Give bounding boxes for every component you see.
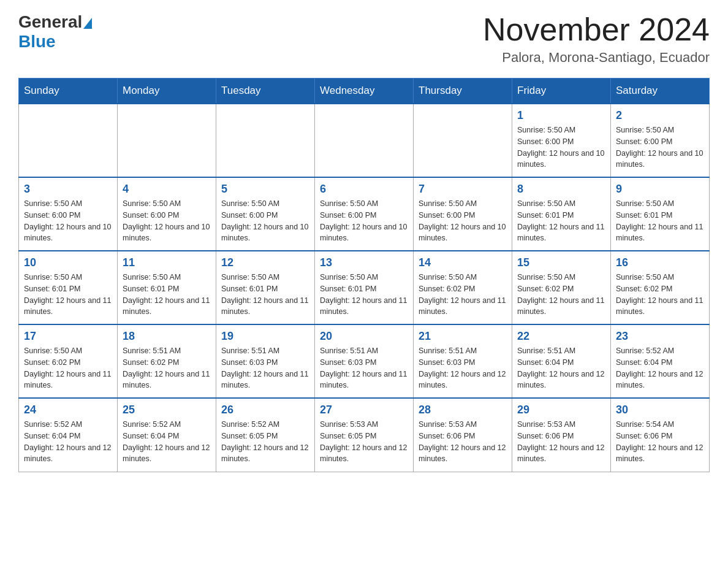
calendar-cell: 2Sunrise: 5:50 AMSunset: 6:00 PMDaylight… xyxy=(611,104,710,177)
day-number: 24 xyxy=(24,404,112,416)
day-sun-info: Sunrise: 5:53 AMSunset: 6:06 PMDaylight:… xyxy=(517,419,605,465)
day-sun-info: Sunrise: 5:51 AMSunset: 6:03 PMDaylight:… xyxy=(221,345,309,391)
header: General Blue November 2024 Palora, Moron… xyxy=(18,12,710,66)
calendar-cell: 23Sunrise: 5:52 AMSunset: 6:04 PMDayligh… xyxy=(611,324,710,398)
title-area: November 2024 Palora, Morona-Santiago, E… xyxy=(483,12,710,66)
calendar-cell: 29Sunrise: 5:53 AMSunset: 6:06 PMDayligh… xyxy=(512,398,611,472)
col-header-wednesday: Wednesday xyxy=(315,79,414,104)
day-sun-info: Sunrise: 5:50 AMSunset: 6:02 PMDaylight:… xyxy=(517,272,605,318)
day-sun-info: Sunrise: 5:51 AMSunset: 6:03 PMDaylight:… xyxy=(320,345,408,391)
calendar-cell: 1Sunrise: 5:50 AMSunset: 6:00 PMDaylight… xyxy=(512,104,611,177)
day-sun-info: Sunrise: 5:53 AMSunset: 6:06 PMDaylight:… xyxy=(419,419,507,465)
day-sun-info: Sunrise: 5:52 AMSunset: 6:04 PMDaylight:… xyxy=(123,419,211,465)
calendar-cell: 22Sunrise: 5:51 AMSunset: 6:04 PMDayligh… xyxy=(512,324,611,398)
day-number: 30 xyxy=(616,404,704,416)
col-header-friday: Friday xyxy=(512,79,611,104)
calendar-cell: 12Sunrise: 5:50 AMSunset: 6:01 PMDayligh… xyxy=(216,251,315,324)
day-sun-info: Sunrise: 5:53 AMSunset: 6:05 PMDaylight:… xyxy=(320,419,408,465)
day-number: 18 xyxy=(123,330,211,343)
day-number: 7 xyxy=(419,183,507,196)
day-sun-info: Sunrise: 5:50 AMSunset: 6:01 PMDaylight:… xyxy=(24,272,112,318)
day-number: 21 xyxy=(419,330,507,343)
day-sun-info: Sunrise: 5:52 AMSunset: 6:04 PMDaylight:… xyxy=(24,419,112,465)
day-sun-info: Sunrise: 5:50 AMSunset: 6:00 PMDaylight:… xyxy=(123,198,211,244)
calendar-cell: 14Sunrise: 5:50 AMSunset: 6:02 PMDayligh… xyxy=(414,251,512,324)
day-sun-info: Sunrise: 5:54 AMSunset: 6:06 PMDaylight:… xyxy=(616,419,704,465)
calendar-cell: 30Sunrise: 5:54 AMSunset: 6:06 PMDayligh… xyxy=(611,398,710,472)
calendar-cell xyxy=(414,104,512,177)
day-sun-info: Sunrise: 5:50 AMSunset: 6:00 PMDaylight:… xyxy=(419,198,507,244)
col-header-sunday: Sunday xyxy=(19,79,118,104)
calendar-cell: 20Sunrise: 5:51 AMSunset: 6:03 PMDayligh… xyxy=(315,324,414,398)
day-sun-info: Sunrise: 5:50 AMSunset: 6:01 PMDaylight:… xyxy=(320,272,408,318)
day-number: 26 xyxy=(221,404,309,416)
day-number: 2 xyxy=(616,109,704,122)
calendar-cell: 25Sunrise: 5:52 AMSunset: 6:04 PMDayligh… xyxy=(118,398,216,472)
day-number: 14 xyxy=(419,256,507,269)
calendar-cell: 26Sunrise: 5:52 AMSunset: 6:05 PMDayligh… xyxy=(216,398,315,472)
calendar-cell: 19Sunrise: 5:51 AMSunset: 6:03 PMDayligh… xyxy=(216,324,315,398)
day-sun-info: Sunrise: 5:50 AMSunset: 6:00 PMDaylight:… xyxy=(616,124,704,170)
calendar-cell: 13Sunrise: 5:50 AMSunset: 6:01 PMDayligh… xyxy=(315,251,414,324)
day-sun-info: Sunrise: 5:51 AMSunset: 6:03 PMDaylight:… xyxy=(419,345,507,391)
day-sun-info: Sunrise: 5:50 AMSunset: 6:00 PMDaylight:… xyxy=(320,198,408,244)
day-number: 17 xyxy=(24,330,112,343)
day-number: 4 xyxy=(123,183,211,196)
calendar-cell: 17Sunrise: 5:50 AMSunset: 6:02 PMDayligh… xyxy=(19,324,118,398)
day-number: 23 xyxy=(616,330,704,343)
day-number: 15 xyxy=(517,256,605,269)
calendar-cell: 15Sunrise: 5:50 AMSunset: 6:02 PMDayligh… xyxy=(512,251,611,324)
day-sun-info: Sunrise: 5:52 AMSunset: 6:05 PMDaylight:… xyxy=(221,419,309,465)
calendar-week-row: 24Sunrise: 5:52 AMSunset: 6:04 PMDayligh… xyxy=(19,398,710,472)
calendar-cell: 7Sunrise: 5:50 AMSunset: 6:00 PMDaylight… xyxy=(414,177,512,251)
calendar-cell: 16Sunrise: 5:50 AMSunset: 6:02 PMDayligh… xyxy=(611,251,710,324)
day-number: 13 xyxy=(320,256,408,269)
col-header-saturday: Saturday xyxy=(611,79,710,104)
calendar-cell: 5Sunrise: 5:50 AMSunset: 6:00 PMDaylight… xyxy=(216,177,315,251)
col-header-thursday: Thursday xyxy=(414,79,512,104)
calendar-cell xyxy=(216,104,315,177)
logo-blue-text: Blue xyxy=(18,32,56,52)
day-sun-info: Sunrise: 5:50 AMSunset: 6:01 PMDaylight:… xyxy=(221,272,309,318)
day-number: 10 xyxy=(24,256,112,269)
day-sun-info: Sunrise: 5:50 AMSunset: 6:02 PMDaylight:… xyxy=(419,272,507,318)
col-header-monday: Monday xyxy=(118,79,216,104)
day-sun-info: Sunrise: 5:50 AMSunset: 6:00 PMDaylight:… xyxy=(517,124,605,170)
day-sun-info: Sunrise: 5:50 AMSunset: 6:01 PMDaylight:… xyxy=(616,198,704,244)
location-subtitle: Palora, Morona-Santiago, Ecuador xyxy=(483,50,710,66)
calendar-cell: 10Sunrise: 5:50 AMSunset: 6:01 PMDayligh… xyxy=(19,251,118,324)
calendar-table: SundayMondayTuesdayWednesdayThursdayFrid… xyxy=(18,78,710,472)
day-number: 1 xyxy=(517,109,605,122)
calendar-cell: 6Sunrise: 5:50 AMSunset: 6:00 PMDaylight… xyxy=(315,177,414,251)
day-number: 25 xyxy=(123,404,211,416)
day-sun-info: Sunrise: 5:50 AMSunset: 6:00 PMDaylight:… xyxy=(221,198,309,244)
day-number: 9 xyxy=(616,183,704,196)
day-number: 16 xyxy=(616,256,704,269)
calendar-cell: 24Sunrise: 5:52 AMSunset: 6:04 PMDayligh… xyxy=(19,398,118,472)
calendar-cell: 28Sunrise: 5:53 AMSunset: 6:06 PMDayligh… xyxy=(414,398,512,472)
calendar-cell: 4Sunrise: 5:50 AMSunset: 6:00 PMDaylight… xyxy=(118,177,216,251)
logo-blue-part xyxy=(82,15,92,29)
day-number: 3 xyxy=(24,183,112,196)
day-number: 8 xyxy=(517,183,605,196)
day-number: 12 xyxy=(221,256,309,269)
day-number: 22 xyxy=(517,330,605,343)
calendar-cell: 21Sunrise: 5:51 AMSunset: 6:03 PMDayligh… xyxy=(414,324,512,398)
col-header-tuesday: Tuesday xyxy=(216,79,315,104)
calendar-week-row: 1Sunrise: 5:50 AMSunset: 6:00 PMDaylight… xyxy=(19,104,710,177)
logo: General Blue xyxy=(18,12,92,52)
calendar-cell xyxy=(315,104,414,177)
day-number: 29 xyxy=(517,404,605,416)
day-sun-info: Sunrise: 5:51 AMSunset: 6:02 PMDaylight:… xyxy=(123,345,211,391)
calendar-header-row: SundayMondayTuesdayWednesdayThursdayFrid… xyxy=(19,79,710,104)
calendar-week-row: 17Sunrise: 5:50 AMSunset: 6:02 PMDayligh… xyxy=(19,324,710,398)
day-sun-info: Sunrise: 5:51 AMSunset: 6:04 PMDaylight:… xyxy=(517,345,605,391)
day-number: 28 xyxy=(419,404,507,416)
calendar-cell xyxy=(19,104,118,177)
calendar-cell: 18Sunrise: 5:51 AMSunset: 6:02 PMDayligh… xyxy=(118,324,216,398)
month-title: November 2024 xyxy=(483,12,710,47)
calendar-cell: 9Sunrise: 5:50 AMSunset: 6:01 PMDaylight… xyxy=(611,177,710,251)
day-sun-info: Sunrise: 5:52 AMSunset: 6:04 PMDaylight:… xyxy=(616,345,704,391)
calendar-week-row: 3Sunrise: 5:50 AMSunset: 6:00 PMDaylight… xyxy=(19,177,710,251)
calendar-cell: 11Sunrise: 5:50 AMSunset: 6:01 PMDayligh… xyxy=(118,251,216,324)
